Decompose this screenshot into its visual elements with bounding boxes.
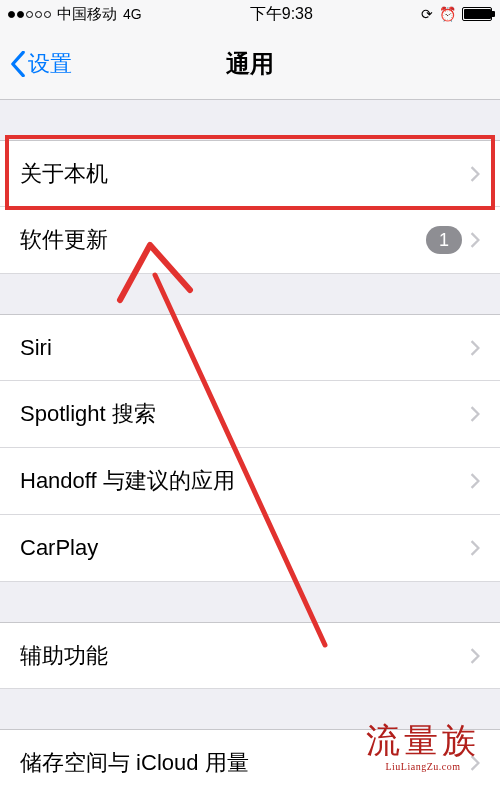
battery-icon [462,7,492,21]
chevron-right-icon [470,406,480,422]
status-right: ⟳ ⏰ [421,6,492,22]
page-title: 通用 [0,48,500,80]
settings-list: 关于本机 软件更新 1 Siri Spotlight 搜索 Handoff 与建… [0,100,500,790]
chevron-right-icon [470,340,480,356]
cell-label: 软件更新 [20,225,426,255]
chevron-left-icon [10,51,26,77]
cell-label: 关于本机 [20,159,462,189]
chevron-right-icon [470,166,480,182]
cell-label: CarPlay [20,535,462,561]
cell-label: Spotlight 搜索 [20,399,462,429]
watermark-main: 流量族 [366,724,480,758]
back-button[interactable]: 设置 [10,49,72,79]
network-label: 4G [123,6,142,22]
nav-bar: 设置 通用 [0,28,500,100]
clock-label: 下午9:38 [250,4,313,25]
status-bar: 中国移动 4G 下午9:38 ⟳ ⏰ [0,0,500,28]
chevron-right-icon [470,473,480,489]
chevron-right-icon [470,648,480,664]
cell-label: Siri [20,335,462,361]
cell-siri[interactable]: Siri [0,314,500,381]
chevron-right-icon [470,232,480,248]
cell-accessibility[interactable]: 辅助功能 [0,622,500,689]
chevron-right-icon [470,540,480,556]
status-left: 中国移动 4G [8,5,142,24]
watermark-sub: LiuLiangZu.com [366,762,480,772]
back-label: 设置 [28,49,72,79]
signal-strength-icon [8,11,51,18]
alarm-icon: ⏰ [439,6,456,22]
update-badge: 1 [426,226,462,254]
watermark: 流量族 LiuLiangZu.com [366,724,480,772]
cell-label: Handoff 与建议的应用 [20,466,462,496]
cell-software-update[interactable]: 软件更新 1 [0,207,500,274]
cell-carplay[interactable]: CarPlay [0,515,500,582]
carrier-label: 中国移动 [57,5,117,24]
orientation-lock-icon: ⟳ [421,6,433,22]
cell-spotlight[interactable]: Spotlight 搜索 [0,381,500,448]
cell-label: 辅助功能 [20,641,462,671]
cell-about[interactable]: 关于本机 [0,140,500,207]
cell-handoff[interactable]: Handoff 与建议的应用 [0,448,500,515]
